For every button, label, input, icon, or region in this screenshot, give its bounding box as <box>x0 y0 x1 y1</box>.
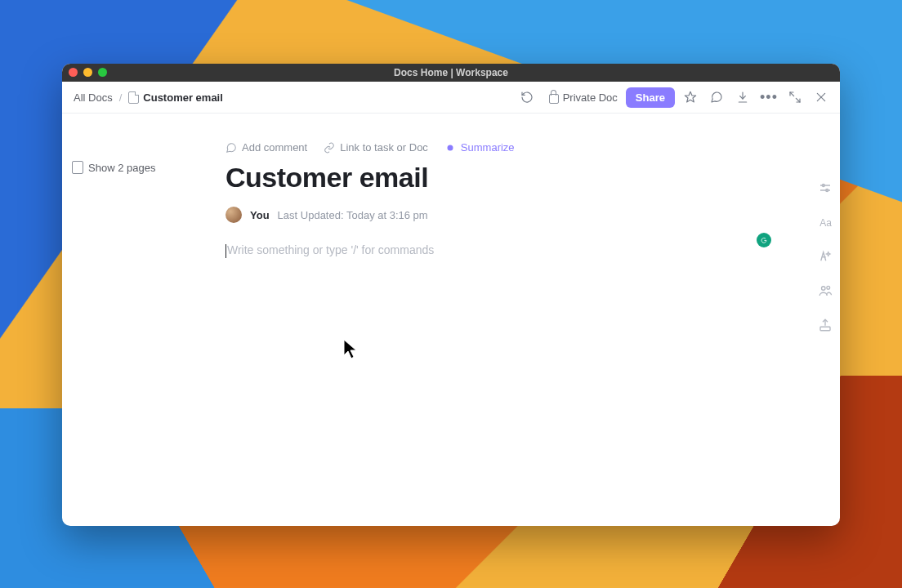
rail-text-style-icon[interactable]: Aa <box>818 215 833 229</box>
rail-settings-icon[interactable] <box>818 180 833 195</box>
comment-icon[interactable] <box>706 87 727 108</box>
updated-value: Today at 3:16 pm <box>346 209 428 221</box>
lock-icon <box>549 94 559 104</box>
svg-rect-13 <box>820 327 830 331</box>
summarize-label: Summarize <box>461 141 515 154</box>
doc-actions: Add comment Link to task or Doc Summariz… <box>226 141 810 154</box>
editor[interactable] <box>226 243 810 257</box>
breadcrumb: All Docs / Customer email <box>74 91 223 104</box>
summarize-action[interactable]: Summarize <box>444 141 515 154</box>
grammarly-badge-icon[interactable] <box>757 233 771 247</box>
share-button[interactable]: Share <box>626 87 675 108</box>
show-pages-toggle[interactable]: Show 2 pages <box>72 161 219 174</box>
updated-label: Last Updated: Today at 3:16 pm <box>278 209 428 221</box>
star-icon[interactable] <box>680 87 701 108</box>
add-comment-action[interactable]: Add comment <box>226 141 307 154</box>
svg-line-2 <box>796 98 800 102</box>
author-avatar[interactable] <box>226 207 242 223</box>
doc-icon <box>128 91 139 104</box>
svg-marker-0 <box>685 91 695 102</box>
window-controls <box>69 68 107 77</box>
svg-point-5 <box>447 145 453 150</box>
zoom-window-button[interactable] <box>98 68 107 77</box>
minimize-window-button[interactable] <box>83 68 92 77</box>
document-area: Add comment Link to task or Doc Summariz… <box>226 114 810 526</box>
link-task-label: Link to task or Doc <box>340 141 428 154</box>
app-window: Docs Home | Workspace All Docs / Custome… <box>62 64 840 526</box>
breadcrumb-current-label: Customer email <box>143 91 223 104</box>
toolbar: All Docs / Customer email Private Doc Sh… <box>62 82 840 114</box>
import-icon[interactable] <box>732 87 753 108</box>
privacy-indicator[interactable]: Private Doc <box>549 91 618 104</box>
doc-title[interactable]: Customer email <box>226 162 810 194</box>
doc-meta: You Last Updated: Today at 3:16 pm <box>226 207 810 223</box>
more-icon[interactable]: ••• <box>758 87 779 108</box>
show-pages-label: Show 2 pages <box>88 162 155 174</box>
history-icon[interactable] <box>516 87 538 108</box>
window-title: Docs Home | Workspace <box>394 67 508 78</box>
sidebar: Show 2 pages <box>62 114 226 526</box>
desktop-background: Docs Home | Workspace All Docs / Custome… <box>0 0 902 588</box>
pages-icon <box>72 161 83 174</box>
link-task-action[interactable]: Link to task or Doc <box>324 141 428 154</box>
svg-point-12 <box>827 286 830 289</box>
rail-collab-icon[interactable] <box>818 283 833 298</box>
breadcrumb-separator: / <box>119 91 123 104</box>
editor-input[interactable] <box>226 243 752 257</box>
svg-text:Aa: Aa <box>819 217 832 229</box>
close-icon[interactable] <box>810 87 832 108</box>
add-comment-label: Add comment <box>242 141 307 154</box>
author-name: You <box>250 209 270 221</box>
svg-point-11 <box>822 287 826 291</box>
titlebar: Docs Home | Workspace <box>62 64 840 82</box>
close-window-button[interactable] <box>69 68 78 77</box>
collapse-icon[interactable] <box>784 87 806 108</box>
svg-line-1 <box>790 92 794 96</box>
breadcrumb-current[interactable]: Customer email <box>128 91 223 104</box>
text-caret <box>226 244 226 258</box>
right-rail: Aa <box>810 114 840 526</box>
rail-export-icon[interactable] <box>818 318 833 332</box>
breadcrumb-root[interactable]: All Docs <box>74 91 113 104</box>
privacy-label: Private Doc <box>563 91 618 104</box>
rail-ai-icon[interactable] <box>818 249 833 264</box>
